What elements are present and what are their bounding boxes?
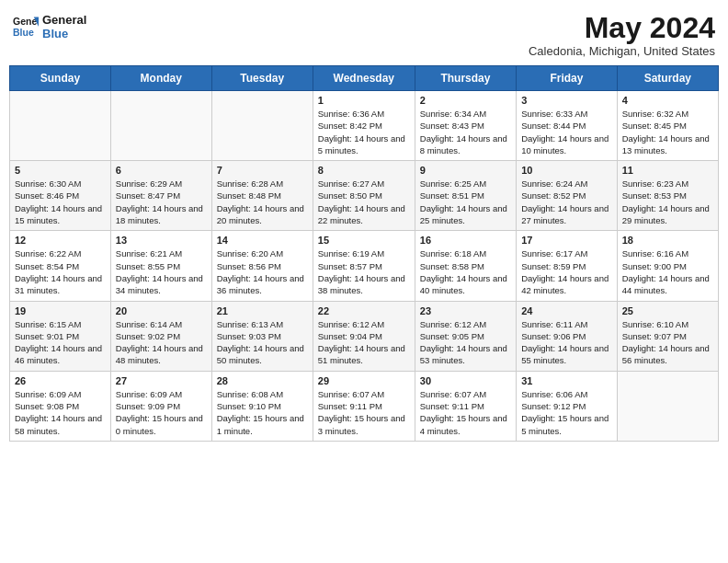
calendar-cell: 11Sunrise: 6:23 AM Sunset: 8:53 PM Dayli… bbox=[617, 161, 718, 231]
day-number: 28 bbox=[217, 375, 308, 386]
day-info: Sunrise: 6:07 AM Sunset: 9:11 PM Dayligh… bbox=[420, 388, 511, 437]
calendar-cell bbox=[10, 91, 111, 161]
weekday-header-row: SundayMondayTuesdayWednesdayThursdayFrid… bbox=[10, 66, 719, 91]
calendar-cell: 23Sunrise: 6:12 AM Sunset: 9:05 PM Dayli… bbox=[415, 301, 516, 371]
day-number: 2 bbox=[420, 95, 511, 106]
calendar-cell: 13Sunrise: 6:21 AM Sunset: 8:55 PM Dayli… bbox=[110, 231, 211, 301]
calendar-cell: 8Sunrise: 6:27 AM Sunset: 8:50 PM Daylig… bbox=[313, 161, 415, 231]
svg-text:Blue: Blue bbox=[13, 27, 34, 38]
calendar-cell: 24Sunrise: 6:11 AM Sunset: 9:06 PM Dayli… bbox=[517, 301, 618, 371]
calendar-cell: 29Sunrise: 6:07 AM Sunset: 9:11 PM Dayli… bbox=[313, 371, 415, 441]
calendar-cell: 1Sunrise: 6:36 AM Sunset: 8:42 PM Daylig… bbox=[313, 91, 415, 161]
day-number: 30 bbox=[420, 375, 511, 386]
day-info: Sunrise: 6:36 AM Sunset: 8:42 PM Dayligh… bbox=[318, 108, 410, 156]
day-number: 5 bbox=[15, 165, 106, 176]
day-number: 1 bbox=[318, 95, 410, 106]
day-number: 9 bbox=[420, 165, 511, 176]
calendar-table: SundayMondayTuesdayWednesdayThursdayFrid… bbox=[9, 65, 719, 442]
calendar-cell: 2Sunrise: 6:34 AM Sunset: 8:43 PM Daylig… bbox=[415, 91, 516, 161]
day-info: Sunrise: 6:24 AM Sunset: 8:52 PM Dayligh… bbox=[521, 178, 612, 226]
calendar-cell: 9Sunrise: 6:25 AM Sunset: 8:51 PM Daylig… bbox=[415, 161, 516, 231]
calendar-week-2: 5Sunrise: 6:30 AM Sunset: 8:46 PM Daylig… bbox=[10, 161, 719, 231]
day-number: 13 bbox=[116, 235, 207, 246]
calendar-week-5: 26Sunrise: 6:09 AM Sunset: 9:08 PM Dayli… bbox=[10, 371, 719, 441]
day-number: 12 bbox=[15, 235, 106, 246]
day-info: Sunrise: 6:10 AM Sunset: 9:07 PM Dayligh… bbox=[622, 318, 713, 367]
day-info: Sunrise: 6:14 AM Sunset: 9:02 PM Dayligh… bbox=[116, 318, 207, 367]
day-info: Sunrise: 6:13 AM Sunset: 9:03 PM Dayligh… bbox=[217, 318, 308, 367]
calendar-cell bbox=[211, 91, 313, 161]
day-number: 23 bbox=[420, 305, 511, 316]
day-number: 25 bbox=[622, 305, 713, 316]
calendar-cell: 28Sunrise: 6:08 AM Sunset: 9:10 PM Dayli… bbox=[211, 371, 313, 441]
day-number: 6 bbox=[116, 165, 207, 176]
day-info: Sunrise: 6:19 AM Sunset: 8:57 PM Dayligh… bbox=[318, 247, 410, 296]
day-info: Sunrise: 6:06 AM Sunset: 9:12 PM Dayligh… bbox=[521, 388, 612, 437]
day-info: Sunrise: 6:20 AM Sunset: 8:56 PM Dayligh… bbox=[217, 247, 308, 296]
calendar-cell: 4Sunrise: 6:32 AM Sunset: 8:45 PM Daylig… bbox=[617, 91, 718, 161]
day-info: Sunrise: 6:27 AM Sunset: 8:50 PM Dayligh… bbox=[318, 178, 410, 226]
day-info: Sunrise: 6:12 AM Sunset: 9:05 PM Dayligh… bbox=[420, 318, 511, 367]
weekday-header-sunday: Sunday bbox=[10, 66, 111, 91]
calendar-cell: 20Sunrise: 6:14 AM Sunset: 9:02 PM Dayli… bbox=[110, 301, 211, 371]
day-number: 11 bbox=[622, 165, 713, 176]
calendar-week-1: 1Sunrise: 6:36 AM Sunset: 8:42 PM Daylig… bbox=[10, 91, 719, 161]
calendar-cell bbox=[617, 371, 718, 441]
day-number: 14 bbox=[217, 235, 308, 246]
day-number: 19 bbox=[15, 305, 106, 316]
day-info: Sunrise: 6:16 AM Sunset: 9:00 PM Dayligh… bbox=[622, 247, 713, 296]
day-number: 10 bbox=[521, 165, 612, 176]
weekday-header-saturday: Saturday bbox=[617, 66, 718, 91]
day-number: 4 bbox=[622, 95, 713, 106]
title-block: May 2024 Caledonia, Michigan, United Sta… bbox=[529, 13, 715, 58]
calendar-cell: 12Sunrise: 6:22 AM Sunset: 8:54 PM Dayli… bbox=[10, 231, 111, 301]
calendar-cell: 3Sunrise: 6:33 AM Sunset: 8:44 PM Daylig… bbox=[517, 91, 618, 161]
day-info: Sunrise: 6:15 AM Sunset: 9:01 PM Dayligh… bbox=[15, 318, 106, 367]
location-subtitle: Caledonia, Michigan, United States bbox=[529, 44, 715, 58]
day-number: 3 bbox=[521, 95, 612, 106]
calendar-cell: 10Sunrise: 6:24 AM Sunset: 8:52 PM Dayli… bbox=[517, 161, 618, 231]
calendar-cell: 21Sunrise: 6:13 AM Sunset: 9:03 PM Dayli… bbox=[211, 301, 313, 371]
day-info: Sunrise: 6:17 AM Sunset: 8:59 PM Dayligh… bbox=[521, 247, 612, 296]
day-info: Sunrise: 6:11 AM Sunset: 9:06 PM Dayligh… bbox=[521, 318, 612, 367]
day-info: Sunrise: 6:18 AM Sunset: 8:58 PM Dayligh… bbox=[420, 247, 511, 296]
calendar-cell: 15Sunrise: 6:19 AM Sunset: 8:57 PM Dayli… bbox=[313, 231, 415, 301]
day-info: Sunrise: 6:22 AM Sunset: 8:54 PM Dayligh… bbox=[15, 247, 106, 296]
day-number: 29 bbox=[318, 375, 410, 386]
weekday-header-thursday: Thursday bbox=[415, 66, 516, 91]
calendar-cell: 6Sunrise: 6:29 AM Sunset: 8:47 PM Daylig… bbox=[110, 161, 211, 231]
weekday-header-monday: Monday bbox=[110, 66, 211, 91]
day-info: Sunrise: 6:09 AM Sunset: 9:08 PM Dayligh… bbox=[15, 388, 106, 437]
day-number: 27 bbox=[116, 375, 207, 386]
calendar-cell: 22Sunrise: 6:12 AM Sunset: 9:04 PM Dayli… bbox=[313, 301, 415, 371]
weekday-header-wednesday: Wednesday bbox=[313, 66, 415, 91]
calendar-cell: 30Sunrise: 6:07 AM Sunset: 9:11 PM Dayli… bbox=[415, 371, 516, 441]
day-info: Sunrise: 6:32 AM Sunset: 8:45 PM Dayligh… bbox=[622, 108, 713, 156]
day-number: 26 bbox=[15, 375, 106, 386]
day-number: 18 bbox=[622, 235, 713, 246]
calendar-cell: 16Sunrise: 6:18 AM Sunset: 8:58 PM Dayli… bbox=[415, 231, 516, 301]
day-number: 31 bbox=[521, 375, 612, 386]
day-number: 7 bbox=[217, 165, 308, 176]
logo-icon: General Blue bbox=[13, 14, 39, 40]
weekday-header-friday: Friday bbox=[517, 66, 618, 91]
calendar-cell: 14Sunrise: 6:20 AM Sunset: 8:56 PM Dayli… bbox=[211, 231, 313, 301]
calendar-cell: 26Sunrise: 6:09 AM Sunset: 9:08 PM Dayli… bbox=[10, 371, 111, 441]
day-info: Sunrise: 6:08 AM Sunset: 9:10 PM Dayligh… bbox=[217, 388, 308, 437]
calendar-cell: 19Sunrise: 6:15 AM Sunset: 9:01 PM Dayli… bbox=[10, 301, 111, 371]
day-number: 21 bbox=[217, 305, 308, 316]
day-number: 8 bbox=[318, 165, 410, 176]
weekday-header-tuesday: Tuesday bbox=[211, 66, 313, 91]
page-header: General Blue General Blue May 2024 Caled… bbox=[9, 9, 719, 58]
calendar-cell: 7Sunrise: 6:28 AM Sunset: 8:48 PM Daylig… bbox=[211, 161, 313, 231]
logo-line1: General bbox=[42, 13, 86, 27]
logo: General Blue General Blue bbox=[13, 13, 86, 40]
month-year-title: May 2024 bbox=[529, 13, 715, 42]
calendar-week-3: 12Sunrise: 6:22 AM Sunset: 8:54 PM Dayli… bbox=[10, 231, 719, 301]
day-info: Sunrise: 6:23 AM Sunset: 8:53 PM Dayligh… bbox=[622, 178, 713, 226]
calendar-cell: 27Sunrise: 6:09 AM Sunset: 9:09 PM Dayli… bbox=[110, 371, 211, 441]
calendar-cell: 18Sunrise: 6:16 AM Sunset: 9:00 PM Dayli… bbox=[617, 231, 718, 301]
day-number: 16 bbox=[420, 235, 511, 246]
day-info: Sunrise: 6:12 AM Sunset: 9:04 PM Dayligh… bbox=[318, 318, 410, 367]
day-info: Sunrise: 6:29 AM Sunset: 8:47 PM Dayligh… bbox=[116, 178, 207, 226]
